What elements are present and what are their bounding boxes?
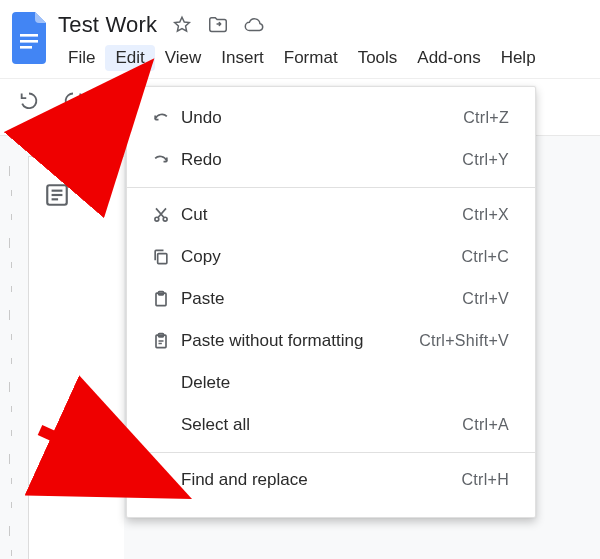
vertical-ruler — [6, 166, 24, 559]
toolbar-redo-icon[interactable] — [62, 88, 84, 110]
edit-menu-label: Copy — [181, 247, 461, 267]
edit-menu-copy[interactable]: Copy Ctrl+C — [127, 236, 535, 278]
paste-plain-icon — [147, 331, 175, 351]
edit-menu-shortcut: Ctrl+Y — [462, 151, 509, 169]
edit-menu-paste[interactable]: Paste Ctrl+V — [127, 278, 535, 320]
document-outline-icon[interactable] — [44, 182, 70, 208]
toolbar-print-icon[interactable] — [106, 88, 128, 110]
svg-rect-0 — [20, 34, 38, 37]
edit-menu-label: Cut — [181, 205, 462, 225]
svg-rect-1 — [20, 40, 38, 43]
edit-menu-shortcut: Ctrl+H — [461, 471, 509, 489]
toolbar-undo-icon[interactable] — [18, 88, 40, 110]
edit-menu-label: Undo — [181, 108, 463, 128]
edit-menu-label: Find and replace — [181, 470, 461, 490]
edit-menu-shortcut: Ctrl+X — [462, 206, 509, 224]
menu-insert[interactable]: Insert — [211, 45, 274, 71]
menu-format[interactable]: Format — [274, 45, 348, 71]
edit-menu-shortcut: Ctrl+C — [461, 248, 509, 266]
paste-icon — [147, 289, 175, 309]
edit-dropdown: Undo Ctrl+Z Redo Ctrl+Y Cut Ctrl+X Copy … — [126, 86, 536, 518]
star-icon[interactable] — [171, 14, 193, 36]
edit-menu-shortcut: Ctrl+Z — [463, 109, 509, 127]
redo-icon — [147, 150, 175, 170]
undo-icon — [147, 108, 175, 128]
menu-separator — [127, 187, 535, 188]
title-bar: Test Work File Edit View Insert Format T… — [0, 0, 600, 72]
edit-menu-undo[interactable]: Undo Ctrl+Z — [127, 97, 535, 139]
edit-menu-redo[interactable]: Redo Ctrl+Y — [127, 139, 535, 181]
edit-menu-find-replace[interactable]: Find and replace Ctrl+H — [127, 459, 535, 501]
title-row: Test Work — [58, 10, 546, 40]
menu-help[interactable]: Help — [491, 45, 546, 71]
edit-menu-shortcut: Ctrl+A — [462, 416, 509, 434]
docs-logo-icon[interactable] — [6, 8, 54, 68]
edit-menu-label: Delete — [181, 373, 509, 393]
cut-icon — [147, 205, 175, 225]
edit-menu-label: Select all — [181, 415, 462, 435]
svg-point-8 — [163, 217, 167, 221]
edit-menu-paste-plain[interactable]: Paste without formatting Ctrl+Shift+V — [127, 320, 535, 362]
edit-menu-delete[interactable]: Delete — [127, 362, 535, 404]
cloud-status-icon[interactable] — [243, 14, 265, 36]
edit-menu-label: Redo — [181, 150, 462, 170]
copy-icon — [147, 247, 175, 267]
edit-menu-cut[interactable]: Cut Ctrl+X — [127, 194, 535, 236]
document-page[interactable] — [28, 156, 124, 559]
menu-file[interactable]: File — [58, 45, 105, 71]
edit-menu-label: Paste without formatting — [181, 331, 419, 351]
menu-tools[interactable]: Tools — [348, 45, 408, 71]
edit-menu-label: Paste — [181, 289, 462, 309]
document-title[interactable]: Test Work — [58, 12, 157, 38]
svg-point-7 — [155, 217, 159, 221]
menu-separator — [127, 452, 535, 453]
svg-rect-9 — [158, 254, 167, 264]
menubar: File Edit View Insert Format Tools Add-o… — [58, 44, 546, 72]
menu-view[interactable]: View — [155, 45, 212, 71]
edit-menu-shortcut: Ctrl+Shift+V — [419, 332, 509, 350]
edit-menu-select-all[interactable]: Select all Ctrl+A — [127, 404, 535, 446]
svg-rect-2 — [20, 46, 32, 49]
menu-edit[interactable]: Edit — [105, 45, 154, 71]
edit-menu-shortcut: Ctrl+V — [462, 290, 509, 308]
move-folder-icon[interactable] — [207, 14, 229, 36]
menu-addons[interactable]: Add-ons — [407, 45, 490, 71]
